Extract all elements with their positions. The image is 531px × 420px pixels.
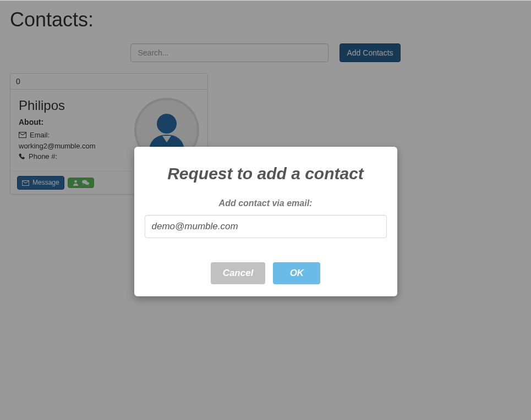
modal-subtitle: Add contact via email: — [144, 198, 387, 208]
modal-backdrop[interactable]: Request to add a contact Add contact via… — [0, 1, 531, 420]
cancel-button[interactable]: Cancel — [211, 262, 266, 284]
add-contact-email-input[interactable] — [145, 215, 387, 238]
modal-title: Request to add a contact — [144, 164, 387, 183]
add-contact-modal: Request to add a contact Add contact via… — [134, 147, 397, 296]
ok-button[interactable]: OK — [273, 262, 320, 284]
modal-actions: Cancel OK — [144, 262, 387, 284]
